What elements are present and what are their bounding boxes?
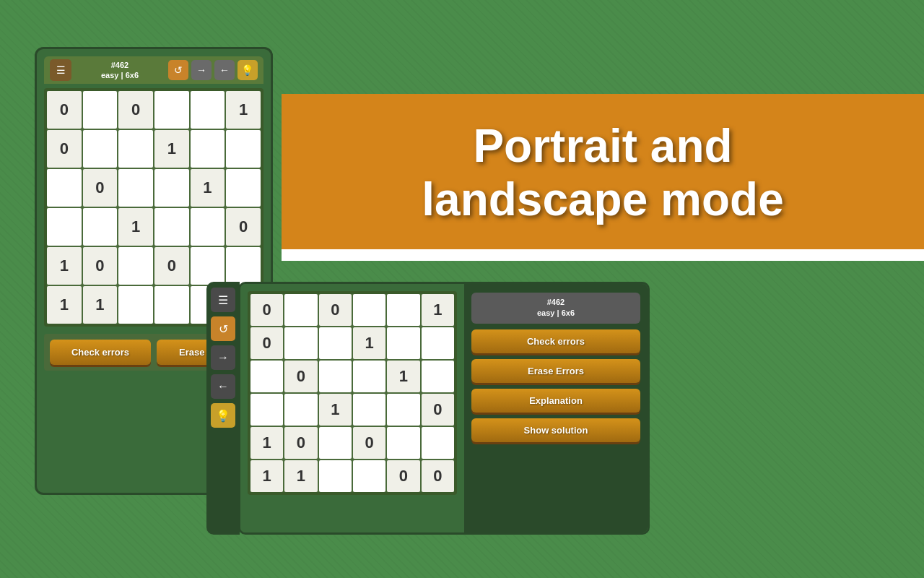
- banner-line1: Portrait and: [473, 120, 732, 172]
- portrait-device-header: ☰ #462 easy | 6x6 ↺ → ← 💡: [44, 56, 263, 84]
- landscape-cell-0-4[interactable]: [387, 294, 419, 326]
- portrait-cell-3-4[interactable]: [191, 208, 225, 246]
- landscape-grid-area: 0010101101001100: [240, 284, 464, 532]
- landscape-grid: 0010101101001100: [248, 291, 457, 495]
- portrait-cell-0-4[interactable]: [191, 91, 225, 129]
- portrait-cell-0-2: 0: [118, 91, 153, 129]
- landscape-puzzle-badge: #462 easy | 6x6: [471, 293, 640, 324]
- landscape-cell-2-0[interactable]: [250, 361, 283, 392]
- portrait-cell-5-3[interactable]: [154, 286, 189, 324]
- landscape-cell-1-1[interactable]: [284, 327, 317, 359]
- landscape-back-button[interactable]: ←: [211, 374, 235, 399]
- landscape-icon-sidebar: ☰ ↺ → ← 💡: [206, 282, 240, 535]
- portrait-cell-1-0: 0: [47, 130, 82, 168]
- landscape-cell-3-3[interactable]: [353, 394, 385, 426]
- landscape-cell-2-5[interactable]: [422, 361, 454, 392]
- white-stripe-top: [282, 249, 924, 255]
- landscape-explanation-button[interactable]: Explanation: [471, 389, 640, 413]
- landscape-cell-4-1: 0: [284, 427, 317, 459]
- landscape-cell-4-2[interactable]: [319, 427, 352, 459]
- landscape-cell-4-0: 1: [250, 427, 283, 459]
- portrait-cell-3-0[interactable]: [47, 208, 82, 246]
- portrait-cell-4-2[interactable]: [118, 247, 153, 285]
- landscape-show-solution-button[interactable]: Show solution: [471, 418, 640, 442]
- portrait-forward-button[interactable]: →: [191, 60, 212, 80]
- portrait-cell-5-2[interactable]: [118, 286, 153, 324]
- white-stripe-bottom: [282, 255, 924, 261]
- portrait-cell-3-2: 1: [118, 208, 153, 246]
- refresh-icon-landscape: ↺: [219, 322, 228, 336]
- portrait-cell-1-5[interactable]: [226, 130, 261, 168]
- portrait-check-errors-button[interactable]: Check errors: [50, 340, 151, 365]
- landscape-cell-4-5[interactable]: [422, 427, 454, 459]
- landscape-cell-1-0: 0: [250, 327, 283, 359]
- menu-icon: ☰: [56, 65, 66, 75]
- portrait-cell-1-1[interactable]: [83, 130, 118, 168]
- portrait-cell-2-2[interactable]: [118, 169, 153, 207]
- landscape-cell-3-0[interactable]: [250, 394, 283, 426]
- landscape-cell-0-1[interactable]: [284, 294, 317, 326]
- portrait-cell-2-0[interactable]: [47, 169, 82, 207]
- refresh-icon: ↺: [174, 64, 183, 76]
- portrait-cell-0-3[interactable]: [154, 91, 189, 129]
- landscape-cell-0-0: 0: [250, 294, 283, 326]
- hint-icon-landscape: 💡: [216, 409, 230, 423]
- landscape-cell-2-4: 1: [387, 361, 419, 392]
- portrait-cell-4-3: 0: [154, 247, 189, 285]
- portrait-cell-4-4[interactable]: [191, 247, 225, 285]
- landscape-cell-3-1[interactable]: [284, 394, 317, 426]
- portrait-cell-0-1[interactable]: [83, 91, 118, 129]
- landscape-cell-1-2[interactable]: [319, 327, 352, 359]
- back-icon: ←: [219, 64, 230, 76]
- landscape-cell-1-3: 1: [353, 327, 385, 359]
- landscape-erase-errors-button[interactable]: Erase Errors: [471, 359, 640, 383]
- portrait-cell-1-2[interactable]: [118, 130, 153, 168]
- portrait-menu-button[interactable]: ☰: [50, 59, 71, 81]
- landscape-cell-3-5: 0: [422, 394, 454, 426]
- landscape-menu-button[interactable]: ☰: [211, 288, 235, 312]
- portrait-cell-0-5: 1: [226, 91, 261, 129]
- portrait-cell-3-5: 0: [226, 208, 261, 246]
- landscape-forward-button[interactable]: →: [211, 345, 235, 370]
- portrait-cell-2-5[interactable]: [226, 169, 261, 207]
- landscape-puzzle-difficulty: easy | 6x6: [479, 308, 633, 319]
- portrait-cell-1-4[interactable]: [191, 130, 225, 168]
- landscape-cell-5-3[interactable]: [353, 460, 385, 492]
- landscape-cell-5-2[interactable]: [319, 460, 352, 492]
- portrait-hint-button[interactable]: 💡: [237, 60, 258, 80]
- landscape-cell-1-5[interactable]: [422, 327, 454, 359]
- portrait-cell-2-3[interactable]: [154, 169, 189, 207]
- landscape-puzzle-id: #462: [479, 297, 633, 308]
- forward-icon: →: [196, 64, 206, 76]
- forward-icon-landscape: →: [217, 351, 229, 364]
- banner-line2: landscape mode: [422, 173, 784, 225]
- landscape-cell-3-4[interactable]: [387, 394, 419, 426]
- landscape-check-errors-button[interactable]: Check errors: [471, 329, 640, 353]
- portrait-back-button[interactable]: ←: [214, 60, 235, 80]
- portrait-puzzle-info: #462 easy | 6x6: [101, 60, 139, 81]
- landscape-cell-2-2[interactable]: [319, 361, 352, 392]
- portrait-refresh-button[interactable]: ↺: [168, 60, 188, 80]
- puzzle-id: #462: [101, 60, 139, 70]
- portrait-cell-3-3[interactable]: [154, 208, 189, 246]
- landscape-cell-0-3[interactable]: [353, 294, 385, 326]
- landscape-cell-4-4[interactable]: [387, 427, 419, 459]
- landscape-cell-3-2: 1: [319, 394, 352, 426]
- landscape-grid-cells: 0010101101001100: [250, 294, 454, 492]
- back-icon-landscape: ←: [217, 380, 229, 393]
- puzzle-difficulty: easy | 6x6: [101, 70, 139, 80]
- portrait-cell-4-0: 1: [47, 247, 82, 285]
- landscape-refresh-button[interactable]: ↺: [211, 316, 235, 341]
- hint-icon: 💡: [241, 64, 253, 76]
- landscape-cell-0-5: 1: [422, 294, 454, 326]
- portrait-cell-1-3: 1: [154, 130, 189, 168]
- landscape-cell-2-3[interactable]: [353, 361, 385, 392]
- portrait-cell-4-5[interactable]: [226, 247, 261, 285]
- portrait-cell-3-1[interactable]: [83, 208, 118, 246]
- landscape-device: 0010101101001100 #462 easy | 6x6 Check e…: [238, 282, 650, 535]
- landscape-cell-1-4[interactable]: [387, 327, 419, 359]
- landscape-hint-button[interactable]: 💡: [211, 403, 235, 428]
- landscape-cell-5-4: 0: [387, 460, 419, 492]
- orange-banner: Portrait and landscape mode: [282, 94, 924, 253]
- landscape-cell-5-0: 1: [250, 460, 283, 492]
